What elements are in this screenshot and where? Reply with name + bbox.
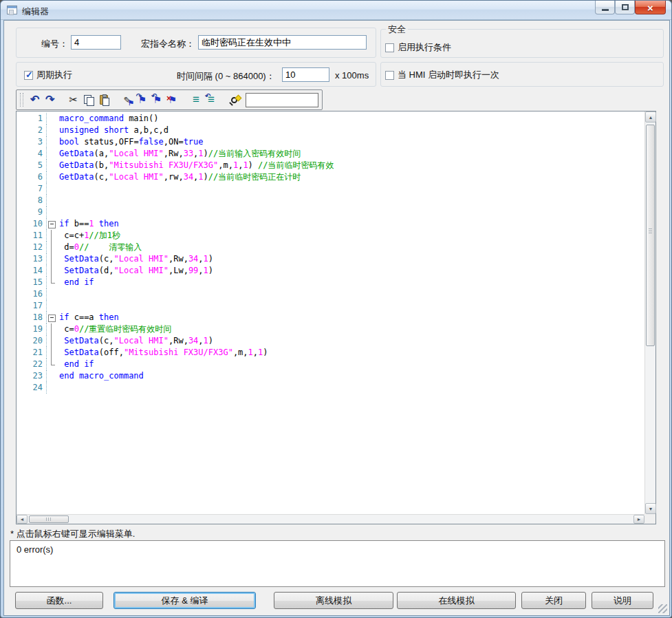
- title-bar[interactable]: 编辑器 ×: [1, 1, 671, 20]
- line-number: 21: [17, 347, 47, 359]
- code-editor[interactable]: 1macro_command main()2unsigned short a,b…: [16, 111, 656, 524]
- code-text: end if: [57, 359, 94, 370]
- periodic-execution-checkbox[interactable]: [24, 71, 33, 80]
- vertical-scroll-thumb[interactable]: [646, 125, 655, 346]
- code-text: SetData(c,"Local HMI",Rw,34,1): [57, 335, 213, 347]
- previous-bookmark-button[interactable]: ⚑ ↶: [151, 92, 164, 107]
- code-line: 10if b==1 then: [17, 218, 644, 230]
- fold-margin: [47, 370, 57, 382]
- code-line: 14 SetData(d,"Local HMI",Lw,99,1): [17, 265, 644, 277]
- fold-margin: [47, 253, 57, 265]
- next-bookmark-arrow-icon: ↷: [136, 93, 142, 100]
- line-number: 18: [17, 312, 47, 323]
- offline-simulation-button[interactable]: 离线模拟: [274, 592, 393, 609]
- code-line: 15 end if: [17, 277, 644, 288]
- window-title: 编辑器: [22, 6, 49, 18]
- toggle-bookmark-button[interactable]: ✎ ⚑: [120, 92, 134, 107]
- help-button[interactable]: 说明: [592, 592, 653, 609]
- line-number: 15: [17, 277, 47, 288]
- horizontal-scrollbar[interactable]: ◄ ►: [17, 514, 644, 524]
- copy-icon: [84, 95, 94, 105]
- cut-button[interactable]: ✂: [67, 92, 80, 107]
- code-text: SetData(off,"Mitsubishi FX3U/FX3G",m,1,1…: [57, 347, 268, 359]
- code-line: 23end macro_command: [17, 370, 644, 382]
- redo-icon: ↷: [45, 94, 54, 105]
- code-text: end if: [57, 277, 94, 288]
- code-text: [57, 300, 59, 312]
- redo-button[interactable]: ↷: [43, 92, 57, 107]
- line-number: 14: [17, 265, 47, 277]
- line-number: 3: [17, 136, 47, 148]
- block-comment-button[interactable]: ≡: [189, 92, 203, 107]
- scroll-down-button[interactable]: ▼: [645, 503, 656, 514]
- fold-margin: [47, 300, 57, 312]
- fold-margin: [47, 323, 57, 335]
- code-line: 2unsigned short a,b,c,d: [17, 125, 644, 136]
- block-uncomment-button[interactable]: ≡ ↶: [204, 92, 218, 107]
- macro-name-field[interactable]: [198, 35, 367, 50]
- macro-id-label: 编号：: [41, 38, 68, 50]
- toolbar-grip[interactable]: [20, 93, 23, 107]
- horizontal-scroll-thumb[interactable]: [29, 515, 69, 523]
- search-input[interactable]: [246, 93, 318, 107]
- code-line: 12 d=0// 清零输入: [17, 242, 644, 253]
- fold-margin: [47, 335, 57, 347]
- fold-margin: [47, 160, 57, 171]
- code-text: c=c+1//加1秒: [57, 230, 120, 242]
- macro-id-field[interactable]: [71, 35, 121, 50]
- close-button[interactable]: ×: [635, 1, 666, 14]
- fold-toggle-icon[interactable]: [47, 312, 57, 323]
- next-bookmark-button[interactable]: ⚑ ↷: [136, 92, 149, 107]
- code-line: 19 c=0//重置临时密码有效时间: [17, 323, 644, 335]
- code-line: 20 SetData(c,"Local HMI",Rw,34,1): [17, 335, 644, 347]
- undo-button[interactable]: ↶: [28, 92, 42, 107]
- line-number: 20: [17, 335, 47, 347]
- fold-margin: [47, 230, 57, 242]
- line-number: 24: [17, 382, 47, 394]
- find-button[interactable]: [228, 92, 241, 107]
- code-area[interactable]: 1macro_command main()2unsigned short a,b…: [17, 111, 644, 514]
- functions-button[interactable]: 函数...: [15, 592, 103, 609]
- fold-margin: [47, 195, 57, 206]
- block-uncomment-arrow-icon: ↶: [205, 93, 210, 100]
- paste-button[interactable]: [97, 92, 111, 107]
- fold-margin: [47, 171, 57, 183]
- security-group-label: 安全: [386, 23, 408, 36]
- fold-toggle-icon[interactable]: [47, 218, 57, 230]
- macro-name-label: 宏指令名称：: [141, 38, 195, 50]
- fold-margin: [47, 206, 57, 218]
- maximize-button[interactable]: [615, 1, 635, 14]
- previous-bookmark-arrow-icon: ↶: [151, 93, 157, 100]
- interval-field[interactable]: [282, 67, 329, 82]
- line-number: 6: [17, 171, 47, 183]
- vertical-scrollbar[interactable]: ▲ ▼: [644, 111, 655, 514]
- line-number: 19: [17, 323, 47, 335]
- code-text: GetData(b,"Mitsubishi FX3U/FX3G",m,1,1) …: [57, 160, 334, 171]
- scroll-left-button[interactable]: ◄: [17, 515, 28, 524]
- minimize-icon: [602, 9, 609, 11]
- minimize-button[interactable]: [595, 1, 615, 14]
- fold-margin: [47, 265, 57, 277]
- online-simulation-button[interactable]: 在线模拟: [397, 592, 516, 609]
- scroll-up-button[interactable]: ▲: [645, 111, 656, 122]
- interval-label: 时间间隔 (0 ~ 864000)：: [177, 70, 275, 83]
- paste-icon: [100, 95, 108, 105]
- editor-window: 编辑器 × 安全 编号： 宏指令名称： 启用执行条件 周期执行 时间间隔 (0 …: [0, 0, 672, 618]
- copy-button[interactable]: [82, 92, 96, 107]
- line-number: 7: [17, 183, 47, 195]
- line-number: 17: [17, 300, 47, 312]
- code-line: 4GetData(a,"Local HMI",Rw,33,1)//当前输入密码有…: [17, 148, 644, 160]
- code-text: SetData(d,"Local HMI",Lw,99,1): [57, 265, 213, 277]
- code-text: [57, 206, 59, 218]
- enable-condition-checkbox[interactable]: [385, 43, 394, 52]
- close-dialog-button[interactable]: 关闭: [521, 592, 586, 609]
- close-icon: ×: [636, 2, 665, 14]
- save-compile-button[interactable]: 保存 & 编译: [113, 592, 256, 609]
- line-number: 9: [17, 206, 47, 218]
- scroll-right-button[interactable]: ►: [633, 515, 644, 524]
- code-line: 1macro_command main(): [17, 113, 644, 125]
- code-line: 7: [17, 183, 644, 195]
- clear-bookmarks-button[interactable]: ⚑ ×: [166, 92, 180, 107]
- resize-grip[interactable]: [658, 604, 667, 613]
- run-on-startup-checkbox[interactable]: [385, 71, 394, 80]
